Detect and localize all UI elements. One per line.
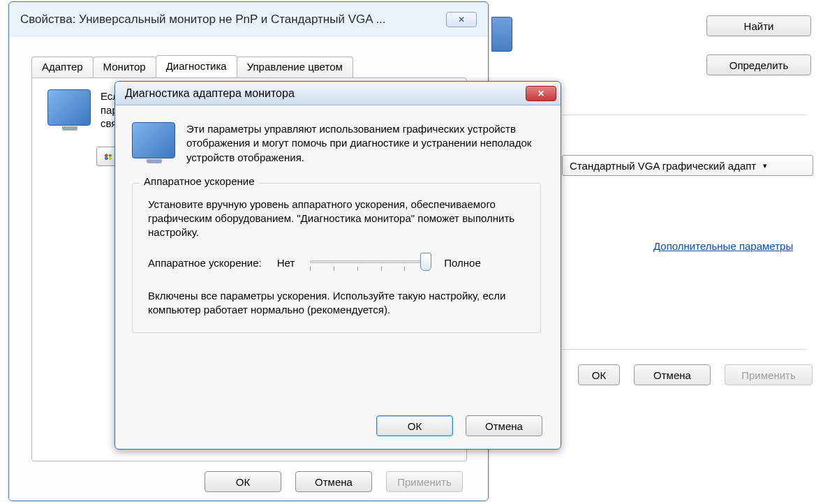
bg-apply-button[interactable]: Применить (725, 364, 813, 385)
find-button[interactable]: Найти (706, 15, 811, 36)
slider-thumb[interactable] (420, 253, 431, 271)
acceleration-slider[interactable] (310, 253, 429, 274)
bg-cancel-button[interactable]: Отмена (634, 364, 711, 385)
adapter-dropdown-text: Стандартный VGA графический адапт (570, 160, 756, 172)
hardware-acceleration-group: Аппаратное ускорение Установите вручную … (132, 183, 541, 333)
diagnostics-title: Диагностика адаптера монитора (125, 87, 295, 100)
chevron-down-icon: ▾ (763, 161, 767, 170)
tab-adapter[interactable]: Адаптер (31, 57, 94, 77)
advanced-params-link[interactable]: Дополнительные параметры (653, 240, 793, 252)
properties-button-row: ОК Отмена Применить (205, 471, 463, 492)
tab-color-management[interactable]: Управление цветом (237, 57, 353, 77)
monitor-icon (132, 122, 175, 158)
diagnostics-titlebar: Диагностика адаптера монитора ✕ (115, 82, 561, 105)
group-legend: Аппаратное ускорение (140, 175, 259, 187)
properties-close-button[interactable]: ✕ (446, 12, 477, 27)
properties-title: Свойства: Универсальный монитор не PnP и… (20, 13, 446, 27)
tab-diagnostics[interactable]: Диагностика (156, 55, 237, 76)
windows-logo-icon (103, 151, 115, 161)
close-icon: ✕ (458, 15, 465, 24)
close-icon: ✕ (537, 89, 544, 98)
adapter-dropdown[interactable]: Стандартный VGA графический адапт ▾ (562, 155, 813, 176)
separator (562, 114, 806, 115)
properties-cancel-button[interactable]: Отмена (295, 471, 372, 492)
group-description-2: Включены все параметры ускорения. Исполь… (148, 289, 525, 318)
diagnostics-intro-text: Эти параметры управляют использованием г… (186, 122, 541, 165)
diagnostics-close-button[interactable]: ✕ (526, 86, 556, 101)
bg-ok-button[interactable]: ОК (578, 364, 620, 385)
slider-max-label: Полное (444, 257, 481, 269)
diagnostics-dialog: Диагностика адаптера монитора ✕ Эти пара… (114, 81, 561, 450)
separator (562, 349, 806, 350)
acceleration-slider-row: Аппаратное ускорение: Нет Полное (148, 253, 525, 274)
diagnostics-button-row: ОК Отмена (376, 415, 542, 436)
slider-label: Аппаратное ускорение: (148, 257, 262, 269)
properties-apply-button[interactable]: Применить (386, 471, 463, 492)
tab-strip: Адаптер Монитор Диагностика Управление ц… (31, 55, 353, 76)
slider-min-label: Нет (277, 257, 295, 269)
slider-track (310, 260, 429, 263)
background-window-fragment (491, 17, 512, 52)
diagnostics-cancel-button[interactable]: Отмена (466, 415, 542, 436)
slider-ticks (310, 267, 429, 271)
identify-button[interactable]: Определить (706, 54, 811, 75)
group-description-1: Установите вручную уровень аппаратного у… (148, 198, 525, 240)
properties-titlebar: Свойства: Универсальный монитор не PnP и… (9, 2, 488, 37)
monitor-icon (47, 89, 91, 126)
properties-ok-button[interactable]: ОК (205, 471, 281, 492)
diagnostics-ok-button[interactable]: ОК (376, 415, 453, 436)
tab-monitor[interactable]: Монитор (93, 57, 156, 77)
